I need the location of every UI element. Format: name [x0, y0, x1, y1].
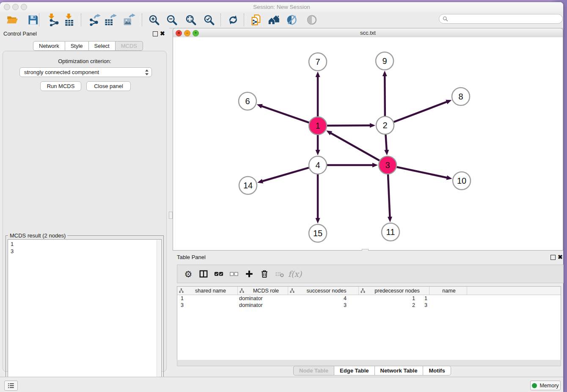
table-float-panel-icon[interactable] [550, 255, 556, 260]
tab-style[interactable]: Style [65, 41, 89, 51]
criterion-select[interactable]: strongly connected component [19, 67, 152, 77]
graph-edge-4-14[interactable] [261, 168, 309, 182]
import-network-button[interactable] [46, 13, 61, 27]
tab-network[interactable]: Network [33, 41, 65, 51]
table-row[interactable]: 3dominator323 [177, 302, 561, 309]
column-header-label: predecessor nodes [365, 288, 429, 294]
mcds-result-textarea[interactable]: 13 [8, 239, 162, 390]
column-header-mcds-role[interactable]: MCDS role [238, 287, 288, 295]
zoom-selected-icon [203, 14, 215, 26]
close-panel-icon[interactable]: ✖ [160, 30, 165, 37]
mcds-panel: Optimization criterion: strongly connect… [3, 51, 167, 372]
zoom-out-button[interactable] [165, 13, 179, 27]
zoom-fit-button[interactable] [184, 13, 198, 27]
save-session-button[interactable] [26, 13, 40, 27]
delete-column-button[interactable] [272, 266, 287, 282]
function-builder-button[interactable]: f(x) [287, 266, 303, 282]
graph-edge-3-11[interactable] [388, 174, 390, 218]
float-panel-icon[interactable] [153, 31, 158, 36]
network-canvas[interactable]: 7968124314101511 [173, 37, 563, 251]
zoom-in-button[interactable] [147, 13, 161, 27]
graph-edge-arrowhead [316, 150, 320, 155]
graph-edge-arrowhead [370, 123, 375, 128]
memory-button[interactable]: Memory [530, 381, 561, 390]
table-tab-node-table[interactable]: Node Table [293, 366, 334, 375]
column-header-label: successor nodes [295, 288, 358, 294]
optimization-criterion-label: Optimization criterion: [3, 58, 166, 64]
graph-edge-arrowhead [383, 71, 387, 76]
export-table-button[interactable] [103, 13, 118, 27]
export-network-button[interactable] [87, 13, 102, 27]
table-row[interactable]: 1dominator411 [177, 295, 561, 302]
delete-button[interactable] [257, 266, 272, 282]
copy-network-icon [250, 14, 262, 26]
table-cell: 3 [177, 302, 236, 308]
search-icon [443, 16, 448, 22]
toolbar-separator [220, 14, 221, 26]
table-cell: 1 [421, 295, 457, 301]
select-all-button[interactable] [211, 266, 226, 282]
open-session-button[interactable] [5, 13, 19, 27]
hide-selected-button[interactable] [305, 13, 319, 27]
export-image-button[interactable] [122, 13, 136, 27]
zoom-selected-button[interactable] [202, 13, 216, 27]
graph-edge-2-9[interactable] [385, 75, 385, 116]
close-panel-button[interactable]: Close panel [86, 81, 131, 91]
memory-button-label: Memory [539, 383, 559, 389]
table-footer-strip [177, 360, 561, 366]
open-session-icon [6, 14, 19, 26]
graph-edge-1-2[interactable] [327, 125, 371, 126]
toolbar-separator [81, 14, 81, 26]
result-scrollbar[interactable] [157, 240, 161, 389]
table-panel: Table Panel ✖ ⚙ [173, 251, 563, 377]
graph-edge-2-3[interactable] [385, 135, 386, 151]
deselect-all-button[interactable] [226, 266, 242, 282]
search-input[interactable] [450, 15, 559, 22]
criterion-value: strongly connected component [24, 69, 145, 75]
desktop: Session: New Session [0, 0, 567, 392]
refresh-button[interactable] [226, 13, 240, 27]
table-toolbar: ⚙ [177, 265, 564, 283]
graph-node-label: 15 [313, 229, 322, 238]
network-window-title: scc.txt [173, 30, 563, 36]
first-neighbors-button[interactable] [267, 13, 281, 27]
graph-edge-1-6[interactable] [261, 106, 309, 123]
vizmapper-button[interactable] [284, 13, 299, 27]
column-header-predecessor-nodes[interactable]: predecessor nodes [359, 287, 429, 295]
column-header-shared-name[interactable]: shared name [177, 287, 238, 295]
split-pane-handle-vertical[interactable] [169, 212, 173, 219]
table-tab-network-table[interactable]: Network Table [375, 366, 424, 375]
table-settings-button[interactable]: ⚙ [181, 266, 196, 282]
graph-node-label: 7 [315, 57, 320, 66]
graph-edge-2-8[interactable] [394, 102, 448, 122]
graph-node-label: 4 [315, 160, 320, 170]
table-tab-motifs[interactable]: Motifs [423, 366, 451, 375]
mcds-result-line: 1 [11, 240, 161, 248]
copy-network-button[interactable] [249, 13, 263, 27]
graph-node-label: 8 [458, 92, 463, 101]
graph-edge-arrowhead [446, 175, 452, 180]
table-cell: 3 [284, 302, 352, 308]
graph-edge-3-10[interactable] [397, 167, 448, 178]
column-header-successor-nodes[interactable]: successor nodes [288, 287, 359, 295]
control-panel-title: Control Panel [3, 30, 37, 37]
table-close-panel-icon[interactable]: ✖ [558, 254, 563, 260]
graph-edge-arrowhead [257, 104, 263, 108]
run-mcds-button[interactable]: Run MCDS [40, 81, 81, 91]
graph-node-label: 3 [385, 160, 390, 170]
delete-icon [260, 269, 269, 279]
session-title: Session: New Session [0, 4, 563, 10]
tab-mcds[interactable]: MCDS [116, 41, 143, 51]
add-button[interactable] [242, 266, 257, 282]
function-builder-icon: f(x) [288, 269, 302, 279]
export-image-icon [123, 14, 135, 26]
save-session-icon [27, 14, 39, 26]
chevron-up-down-icon [145, 69, 149, 76]
graph-edge-3-1[interactable] [330, 133, 380, 160]
task-history-button[interactable] [4, 381, 18, 391]
show-columns-button[interactable] [196, 266, 211, 282]
tab-select[interactable]: Select [89, 41, 116, 51]
table-tab-edge-table[interactable]: Edge Table [334, 366, 374, 375]
column-header-name[interactable]: name [429, 287, 467, 295]
import-table-button[interactable] [62, 13, 76, 27]
